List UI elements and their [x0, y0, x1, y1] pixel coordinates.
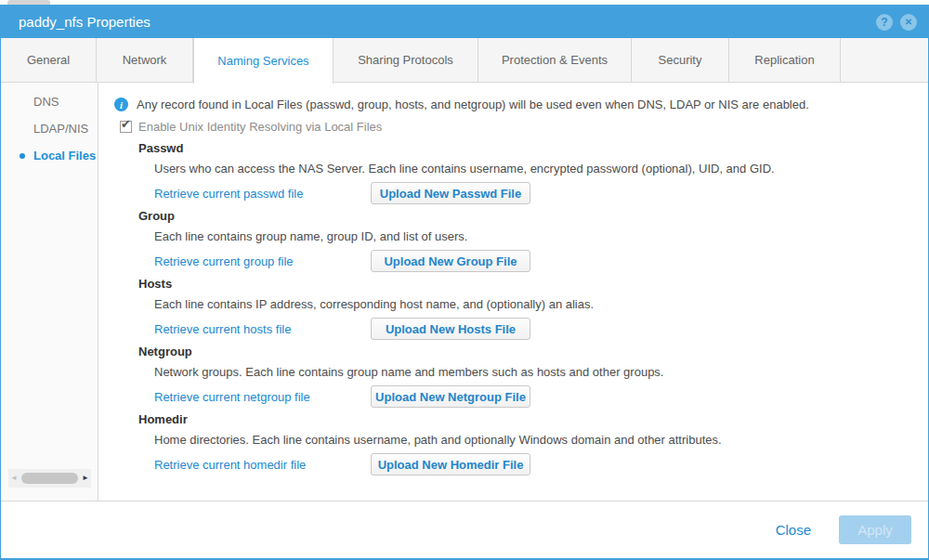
tab-label: Naming Services — [217, 54, 308, 68]
retrieve-passwd-link[interactable]: Retrieve current passwd file — [154, 187, 371, 201]
tab-bar: General Network Naming Services Sharing … — [1, 38, 928, 83]
section-description: Each line contains IP address, correspon… — [154, 297, 928, 311]
tab-naming-services[interactable]: Naming Services — [193, 38, 334, 84]
section-description: Network groups. Each line contains group… — [154, 365, 928, 379]
properties-dialog: paddy_nfs Properties ? ✕ General Network… — [0, 5, 929, 560]
section-description: Each line contains group name, group ID,… — [154, 229, 928, 243]
upload-netgroup-button[interactable]: Upload New Netgroup File — [371, 385, 530, 408]
sidebar: DNS LDAP/NIS Local Files ◄ ► — [1, 83, 98, 501]
tab-label: Protection & Events — [502, 53, 608, 67]
close-icon[interactable]: ✕ — [900, 14, 917, 31]
section-hosts: Hosts Each line contains IP address, cor… — [138, 277, 928, 340]
info-banner: i Any record found in Local Files (passw… — [114, 98, 928, 111]
sidebar-item-ldap-nis[interactable]: LDAP/NIS — [1, 115, 98, 142]
tab-security[interactable]: Security — [632, 38, 729, 82]
dialog-footer: Close Apply — [1, 501, 928, 558]
sidebar-item-label: LDAP/NIS — [33, 122, 88, 136]
upload-passwd-button[interactable]: Upload New Passwd File — [371, 182, 530, 204]
tab-label: Network — [123, 53, 167, 67]
sidebar-scrollbar[interactable]: ◄ ► — [8, 469, 91, 488]
tab-sharing-protocols[interactable]: Sharing Protocols — [334, 38, 478, 82]
retrieve-netgroup-link[interactable]: Retrieve current netgroup file — [154, 390, 371, 404]
local-files-panel: i Any record found in Local Files (passw… — [98, 83, 928, 501]
scrollbar-thumb[interactable] — [21, 473, 78, 484]
section-title: Hosts — [138, 277, 928, 291]
info-icon: i — [114, 98, 128, 111]
retrieve-homedir-link[interactable]: Retrieve current homedir file — [154, 458, 371, 472]
selected-bullet-icon — [20, 153, 25, 159]
section-actions: Retrieve current hosts file Upload New H… — [154, 318, 928, 340]
scroll-right-icon[interactable]: ► — [80, 469, 91, 488]
retrieve-group-link[interactable]: Retrieve current group file — [154, 254, 371, 268]
tab-label: General — [27, 53, 70, 67]
checkbox-label: Enable Unix Identity Resolving via Local… — [138, 120, 382, 134]
section-title: Group — [138, 209, 928, 223]
sidebar-item-dns[interactable]: DNS — [1, 88, 98, 115]
section-actions: Retrieve current homedir file Upload New… — [154, 453, 928, 475]
section-group: Group Each line contains group name, gro… — [138, 209, 928, 272]
dialog-title: paddy_nfs Properties — [19, 14, 150, 30]
dialog-body: DNS LDAP/NIS Local Files ◄ ► i Any recor… — [1, 83, 928, 501]
upload-group-button[interactable]: Upload New Group File — [371, 250, 530, 272]
section-netgroup: Netgroup Network groups. Each line conta… — [138, 345, 928, 408]
section-title: Passwd — [138, 141, 928, 155]
retrieve-hosts-link[interactable]: Retrieve current hosts file — [154, 322, 371, 336]
section-title: Homedir — [138, 412, 928, 426]
tab-general[interactable]: General — [1, 38, 97, 82]
info-text: Any record found in Local Files (passwd,… — [137, 98, 809, 111]
scroll-left-icon[interactable]: ◄ — [8, 469, 20, 488]
tab-filler — [841, 38, 928, 82]
tab-label: Sharing Protocols — [358, 53, 453, 67]
section-title: Netgroup — [138, 345, 928, 358]
section-actions: Retrieve current netgroup file Upload Ne… — [154, 385, 928, 408]
section-actions: Retrieve current group file Upload New G… — [154, 250, 928, 272]
sidebar-item-local-files[interactable]: Local Files — [1, 142, 98, 169]
help-icon[interactable]: ? — [876, 14, 893, 31]
upload-homedir-button[interactable]: Upload New Homedir File — [371, 453, 530, 475]
file-sections: Passwd Users who can access the NAS Serv… — [138, 141, 928, 475]
tab-label: Security — [659, 53, 702, 67]
tab-network[interactable]: Network — [97, 38, 193, 82]
sidebar-item-label: DNS — [33, 95, 59, 109]
apply-button[interactable]: Apply — [839, 515, 911, 544]
close-button[interactable]: Close — [776, 522, 811, 538]
upload-hosts-button[interactable]: Upload New Hosts File — [371, 318, 530, 340]
tab-protection-events[interactable]: Protection & Events — [478, 38, 632, 82]
section-description: Users who can access the NAS Server. Eac… — [154, 162, 928, 176]
section-actions: Retrieve current passwd file Upload New … — [154, 182, 928, 204]
tab-label: Replication — [754, 53, 814, 67]
checkmark-icon: ✔ — [121, 117, 131, 131]
tab-replication[interactable]: Replication — [729, 38, 841, 82]
unix-identity-checkbox-row: ✔ Enable Unix Identity Resolving via Loc… — [120, 120, 928, 134]
section-homedir: Homedir Home directories. Each line cont… — [138, 412, 928, 475]
unix-identity-checkbox[interactable]: ✔ — [120, 121, 132, 133]
section-passwd: Passwd Users who can access the NAS Serv… — [138, 141, 928, 204]
dialog-titlebar: paddy_nfs Properties ? ✕ — [1, 6, 928, 38]
section-description: Home directories. Each line contains use… — [154, 433, 928, 447]
sidebar-item-label: Local Files — [33, 149, 96, 163]
